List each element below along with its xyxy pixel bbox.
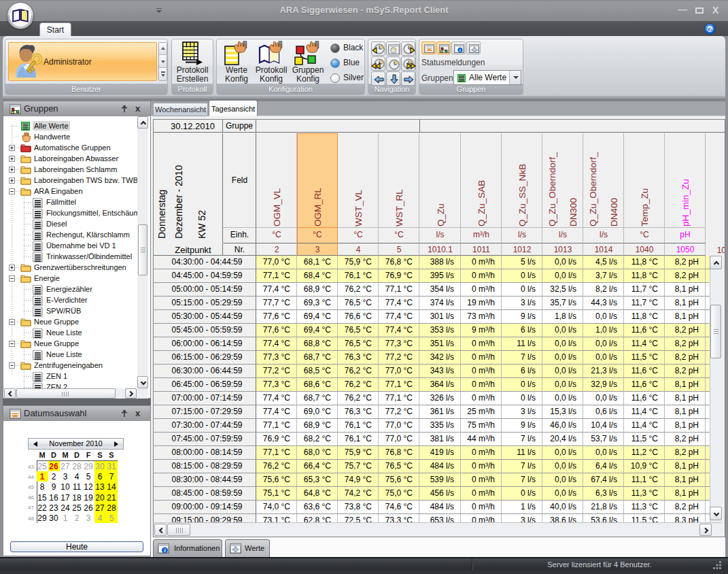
svg-text:i: i (460, 48, 461, 52)
